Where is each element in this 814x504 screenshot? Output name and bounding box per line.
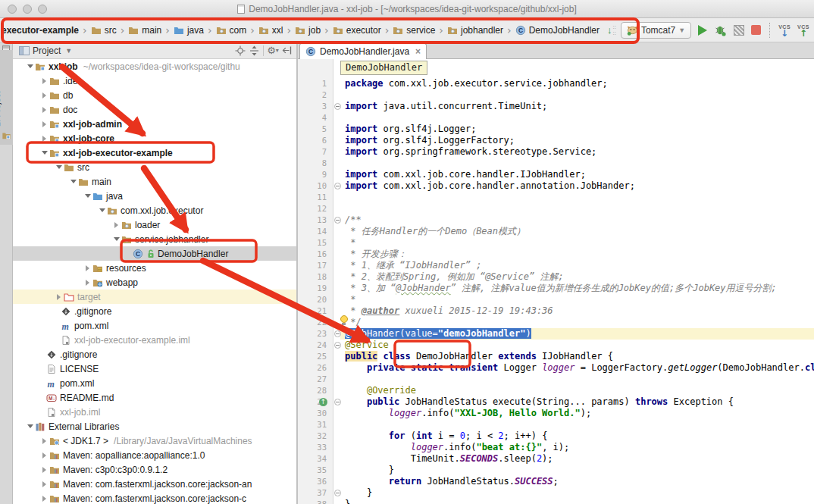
tree-item-pom.xml[interactable]: mpom.xml — [13, 318, 296, 333]
chevron-expanded-icon[interactable] — [54, 165, 64, 169]
crumb-xxl[interactable]: xxl› — [258, 24, 295, 36]
tree-item-Maven-com.fasterxml.jackson.core-jackson-an[interactable]: Maven: com.fasterxml.jackson.core:jackso… — [13, 477, 296, 491]
run-configuration-select[interactable]: Tomcat7 ▼ — [621, 22, 691, 39]
chevron-collapsed-icon[interactable] — [54, 294, 64, 300]
code-line-22[interactable]: 22 */ — [298, 317, 814, 328]
code-line-26[interactable]: 26 private static transient Logger logge… — [298, 362, 814, 374]
code-area[interactable]: 1package com.xxl.job.executor.service.jo… — [298, 59, 814, 504]
fold-marker-icon[interactable] — [334, 183, 341, 189]
crumb-executor[interactable]: executor› — [333, 24, 393, 36]
code-line-5[interactable]: 5import org.slf4j.Logger; — [298, 124, 814, 135]
tree-item-com.xxl.job.executor[interactable]: com.xxl.job.executor — [13, 203, 296, 218]
fold-marker-icon[interactable] — [334, 342, 341, 349]
tree-item-README.md[interactable]: M↓README.md — [13, 390, 296, 405]
panel-title[interactable]: Project — [33, 45, 61, 56]
chevron-collapsed-icon[interactable] — [83, 265, 92, 271]
collapse-all-icon[interactable] — [247, 45, 261, 57]
tree-item-main[interactable]: main — [13, 174, 296, 189]
code-line-12[interactable]: 12 — [298, 203, 814, 214]
code-line-7[interactable]: 7import org.springframework.stereotype.S… — [298, 146, 814, 158]
tree-item-DemoJobHandler[interactable]: CDemoJobHandler — [13, 246, 296, 261]
fold-marker-icon[interactable] — [334, 399, 341, 405]
tree-item-xxl-job[interactable]: xxl-job~/workspaces/idea-git-workspace/g… — [13, 59, 296, 74]
code-line-24[interactable]: 24@Service — [298, 340, 814, 351]
code-line-2[interactable]: 2 — [298, 89, 814, 101]
code-line-1[interactable]: 1package com.xxl.job.executor.service.jo… — [298, 78, 814, 89]
chevron-expanded-icon[interactable] — [39, 151, 49, 155]
chevron-collapsed-icon[interactable] — [111, 222, 121, 228]
tree-item-Maven-aopalliance-aopalliance-1.0[interactable]: Maven: aopalliance:aopalliance:1.0 — [13, 448, 296, 462]
run-icon[interactable] — [698, 25, 707, 36]
crumb-main[interactable]: main› — [128, 24, 174, 36]
tree-item-java[interactable]: java — [13, 189, 296, 203]
tree-item-.gitignore[interactable]: .gitignore — [13, 304, 296, 318]
code-line-25[interactable]: 25public class DemoJobHandler extends IJ… — [298, 351, 814, 362]
navigate-down-icon[interactable]: ↓ — [607, 24, 612, 36]
code-line-34[interactable]: 34 TimeUnit.SECONDS.sleep(2); — [298, 453, 814, 465]
chevron-collapsed-icon[interactable] — [39, 107, 49, 113]
code-line-23[interactable]: 23@JobHander(value="demoJobHandler") — [298, 328, 814, 340]
tree-item-service.jobhandler[interactable]: service.jobhandler — [13, 232, 296, 246]
tree-item-src[interactable]: src — [13, 160, 296, 174]
chevron-expanded-icon[interactable] — [25, 64, 35, 68]
code-line-10[interactable]: 10import com.xxl.job.core.handler.annota… — [298, 180, 814, 192]
crumb-com[interactable]: com› — [216, 24, 258, 36]
tree-item-loader[interactable]: loader — [13, 218, 296, 232]
code-line-19[interactable]: 19 * 3、加 “@JobHander” 注解, 注解value值为新增任务生… — [298, 283, 814, 294]
code-line-15[interactable]: 15 * — [298, 237, 814, 249]
tree-item-LICENSE[interactable]: LICENSE — [13, 362, 296, 376]
tree-item-webapp[interactable]: webapp — [13, 275, 296, 290]
code-line-11[interactable]: 11 — [298, 192, 814, 203]
chevron-collapsed-icon[interactable] — [39, 136, 49, 142]
code-line-38[interactable]: 38} — [298, 499, 814, 504]
tree-item-xxl-job-core[interactable]: xxl-job-core — [13, 131, 296, 146]
code-line-30[interactable]: 30 logger.info("XXL-JOB, Hello World."); — [298, 408, 814, 419]
chevron-expanded-icon[interactable] — [83, 194, 92, 198]
tree-item-resources[interactable]: resources — [13, 261, 296, 275]
code-line-29[interactable]: 29↑ public JobHandleStatus execute(Strin… — [298, 396, 814, 408]
crumb-service[interactable]: service› — [393, 24, 447, 36]
tree-item-db[interactable]: db — [13, 88, 296, 102]
code-line-37[interactable]: 37 } — [298, 487, 814, 499]
chevron-collapsed-icon[interactable] — [39, 92, 49, 99]
code-line-9[interactable]: 9import com.xxl.job.core.handler.IJobHan… — [298, 169, 814, 180]
locate-icon[interactable] — [233, 45, 247, 57]
code-line-3[interactable]: 3import java.util.concurrent.TimeUnit; — [298, 101, 814, 112]
vcs-update-button[interactable]: VCS↓ — [778, 24, 791, 36]
code-line-28[interactable]: 28 @Override — [298, 385, 814, 396]
chevron-collapsed-icon[interactable] — [39, 121, 49, 127]
settings-gear-icon[interactable]: ⚙▾ — [266, 45, 280, 57]
tree-item-External-Libraries[interactable]: External Libraries — [13, 419, 296, 434]
coverage-icon[interactable] — [734, 25, 744, 36]
tree-item-.gitignore[interactable]: .gitignore — [13, 347, 296, 362]
close-tab-icon[interactable]: × — [415, 46, 421, 57]
code-line-27[interactable]: 27 — [298, 374, 814, 385]
stop-icon[interactable] — [751, 25, 761, 35]
chevron-collapsed-icon[interactable] — [39, 467, 49, 473]
crumb-java[interactable]: java› — [174, 24, 216, 36]
tree-item-.idea[interactable]: .idea — [13, 74, 296, 88]
tree-item-xxl-job-admin[interactable]: xxl-job-admin — [13, 117, 296, 131]
crumb-src[interactable]: src› — [91, 24, 129, 36]
hide-panel-icon[interactable] — [280, 45, 293, 57]
override-gutter-icon[interactable]: ↑ — [319, 398, 327, 406]
code-line-21[interactable]: 21 * @author xuxueli 2015-12-19 19:43:36 — [298, 305, 814, 317]
tree-item--JDK1.7-[interactable]: < JDK1.7 >/Library/Java/JavaVirtualMachi… — [13, 434, 296, 448]
code-line-32[interactable]: 32 for (int i = 0; i < 2; i++) { — [298, 430, 814, 442]
chevron-expanded-icon[interactable] — [97, 208, 107, 212]
code-line-16[interactable]: 16 * 开发步骤： — [298, 249, 814, 260]
code-line-4[interactable]: 4 — [298, 112, 814, 124]
fold-marker-icon[interactable] — [334, 330, 341, 337]
code-line-35[interactable]: 35 } — [298, 465, 814, 476]
tree-item-xxl-job-executor-example.iml[interactable]: xxl-job-executor-example.iml — [13, 333, 296, 347]
chevron-collapsed-icon[interactable] — [39, 438, 49, 444]
fold-marker-icon[interactable] — [334, 490, 341, 496]
crumb-jobhandler[interactable]: jobhandler› — [447, 24, 515, 36]
tree-item-Maven-c3p0-c3p0-0.9.1.2[interactable]: Maven: c3p0:c3p0:0.9.1.2 — [13, 462, 296, 477]
code-line-8[interactable]: 8 — [298, 158, 814, 169]
tab-demojobhandler[interactable]: C DemoJobHandler.java × — [299, 43, 427, 59]
lightbulb-icon[interactable] — [339, 315, 349, 326]
tree-item-Maven-com.fasterxml.jackson.core-jackson-c[interactable]: Maven: com.fasterxml.jackson.core:jackso… — [13, 491, 296, 504]
code-line-33[interactable]: 33 logger.info("beat at:{}", i); — [298, 442, 814, 453]
tree-item-target[interactable]: target — [13, 290, 296, 304]
